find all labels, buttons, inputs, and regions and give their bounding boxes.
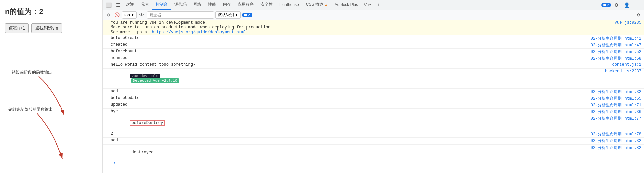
settings-icon[interactable]: ⚙ [612, 1, 621, 9]
console-settings-icon[interactable]: ⚙ [635, 11, 642, 19]
destroy-button[interactable]: 点我销毁vm [31, 23, 62, 33]
arrow1-svg [12, 75, 79, 128]
source-link-beforedestroy[interactable]: 02-分析生命周期.html:77 [584, 116, 641, 121]
source-link-destroyed[interactable]: 02-分析生命周期.html:82 [584, 145, 641, 151]
console-text-warn: You are running Vue in development mode.… [111, 20, 608, 35]
source-link-add1[interactable]: 02-分析生命周期.html:32 [584, 89, 641, 95]
tab-vue[interactable]: Vue [361, 0, 374, 10]
tab-performance[interactable]: 性能 [205, 0, 219, 10]
message-count-badge: 2 [242, 13, 252, 17]
tab-welcome[interactable]: 欢迎 [123, 0, 137, 10]
console-row-created: created 02-分析生命周期.html:47 [103, 42, 644, 49]
block-icon[interactable]: 🚫 [113, 11, 121, 19]
console-text-beforeupdate: beforeUpdate [111, 96, 584, 100]
devtools-panel: ⬜ ☰ 欢迎 元素 控制台 源代码 网络 性能 内存 应用程序 安全性 Ligh… [103, 0, 644, 173]
add-tab-icon[interactable]: + [374, 1, 383, 9]
console-text-add2: add [111, 138, 584, 143]
source-link-beforecreate[interactable]: 02-分析生命周期.html:42 [584, 36, 641, 41]
tab-adblock[interactable]: Adblock Plus [331, 0, 361, 10]
console-row-vue-warn: You are running Vue in development mode.… [103, 20, 644, 35]
console-row-add2: add 02-分析生命周期.html:32 [103, 138, 644, 145]
tab-lighthouse[interactable]: Lighthouse [276, 0, 303, 10]
vue-detected-badge: Detected Vue v2.7.10 [131, 78, 179, 83]
console-text-mounted: mounted [111, 56, 584, 60]
tab-memory[interactable]: 内存 [219, 0, 234, 10]
top-dropdown[interactable]: top ▼ [122, 11, 137, 19]
console-toolbar: ⊘ 🚫 top ▼ 👁 默认级别 ▼ 2 ⚙ [103, 10, 644, 20]
source-link-2[interactable]: 02-分析生命周期.html:78 [584, 131, 641, 137]
arrow2-svg [8, 112, 76, 165]
nav-elements-icon[interactable]: ⬜ [104, 1, 113, 9]
nav-console-icon[interactable]: ☰ [113, 1, 123, 9]
source-link-backend[interactable]: backend.js:2237 [598, 69, 641, 74]
notification-badge[interactable]: 2 [601, 3, 611, 7]
console-text-devtools: vue-devtools Detected Vue v2.7.10 [111, 69, 598, 88]
tab-application[interactable]: 应用程序 [234, 0, 257, 10]
source-link-mounted[interactable]: 02-分析生命周期.html:58 [584, 56, 641, 61]
source-link-bye[interactable]: 02-分析生命周期.html:36 [584, 109, 641, 115]
clear-console-icon[interactable]: ⊘ [105, 11, 112, 19]
console-row-chevron: › [103, 160, 644, 167]
source-link-updated[interactable]: 02-分析生命周期.html:71 [584, 102, 641, 108]
tab-security[interactable]: 安全性 [257, 0, 276, 10]
console-text-hello: hello world content todo something~ [111, 62, 606, 67]
vue-devtools-badge: vue-devtools [130, 74, 160, 78]
console-text-add1: add [111, 89, 584, 94]
more-icon[interactable]: ⋯ [632, 1, 641, 9]
filter-input[interactable] [147, 11, 214, 19]
nav-right-icons: 2 ⚙ 👤 ⋯ [601, 1, 641, 9]
before-destroy-boxed: beforeDestroy [130, 120, 165, 126]
console-row-hello: hello world content todo something~ cont… [103, 62, 644, 69]
console-row-mounted: mounted 02-分析生命周期.html:58 [103, 55, 644, 62]
vue-deployment-link[interactable]: https://vuejs.org/guide/deployment.html [152, 30, 246, 35]
console-text-created: created [111, 42, 584, 47]
console-row-destroyed: destroyed 02-分析生命周期.html:82 [103, 145, 644, 160]
console-row-beforeupdate: beforeUpdate 02-分析生命周期.html:65 [103, 95, 644, 102]
console-text-beforecreate: beforeCreate [111, 36, 584, 40]
console-row-beforecreate: beforeCreate 02-分析生命周期.html:42 [103, 35, 644, 42]
tab-network[interactable]: 网络 [190, 0, 205, 10]
console-text-beforedestroy: beforeDestroy [111, 116, 584, 130]
annotation-after-destroy: 销毁完毕阶段的函数输出 [8, 107, 53, 112]
devtools-nav: ⬜ ☰ 欢迎 元素 控制台 源代码 网络 性能 内存 应用程序 安全性 Ligh… [103, 0, 644, 10]
source-link-hello[interactable]: content.js:1 [606, 62, 641, 67]
console-text-2: 2 [111, 131, 584, 136]
console-input-chevron[interactable]: › [111, 161, 116, 166]
console-row-add1: add 02-分析生命周期.html:32 [103, 89, 644, 95]
source-link-vuejs[interactable]: vue.js:9285 [608, 20, 641, 25]
button-row: 点我n+1 点我销毁vm [5, 23, 97, 33]
left-panel: n的值为：2 点我n+1 点我销毁vm 销毁前阶段的函数输出 销毁完毕阶段的函数… [0, 0, 103, 173]
eye-icon[interactable]: 👁 [138, 11, 146, 19]
source-link-created[interactable]: 02-分析生命周期.html:47 [584, 42, 641, 48]
console-row-bye: bye 02-分析生命周期.html:36 [103, 109, 644, 115]
source-link-beforeupdate[interactable]: 02-分析生命周期.html:65 [584, 96, 641, 101]
increment-button[interactable]: 点我n+1 [5, 23, 29, 33]
destroyed-boxed: destroyed [130, 150, 155, 155]
source-link-add2[interactable]: 02-分析生命周期.html:32 [584, 138, 641, 144]
level-dropdown[interactable]: 默认级别 ▼ [215, 11, 241, 19]
console-text-destroyed: destroyed [111, 145, 584, 160]
console-row-devtools-badge: vue-devtools Detected Vue v2.7.10 backen… [103, 69, 644, 89]
console-text-bye: bye [111, 109, 584, 114]
console-row-beforedestroy: beforeDestroy 02-分析生命周期.html:77 [103, 115, 644, 131]
tab-console[interactable]: 控制台 [152, 0, 171, 10]
console-row-updated: updated 02-分析生命周期.html:71 [103, 102, 644, 109]
tab-css-overview[interactable]: CSS 概述▲ [303, 0, 331, 10]
console-text-updated: updated [111, 102, 584, 107]
tab-elements[interactable]: 元素 [137, 0, 152, 10]
page-title: n的值为：2 [5, 7, 97, 17]
console-output: You are running Vue in development mode.… [103, 20, 644, 173]
console-row-2: 2 02-分析生命周期.html:78 [103, 131, 644, 138]
tab-sources[interactable]: 源代码 [171, 0, 190, 10]
source-link-beforemount[interactable]: 02-分析生命周期.html:52 [584, 49, 641, 55]
console-text-beforemount: beforeMount [111, 49, 584, 54]
annotation-before-destroy: 销毁前阶段的函数输出 [12, 70, 52, 75]
customize-icon[interactable]: 👤 [622, 1, 631, 9]
console-row-beforemount: beforeMount 02-分析生命周期.html:52 [103, 49, 644, 55]
